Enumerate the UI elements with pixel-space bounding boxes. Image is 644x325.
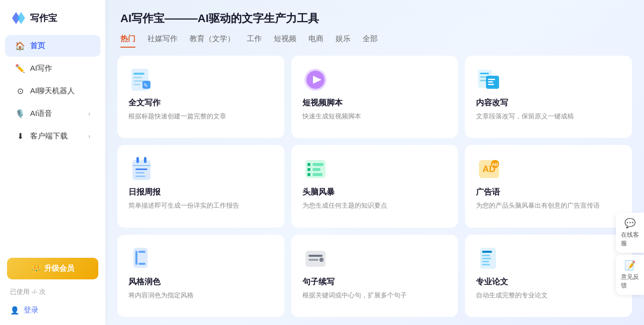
svg-rect-3 (133, 73, 144, 75)
svg-marker-1 (17, 12, 25, 24)
tab-education[interactable]: 教育（文学） (190, 34, 235, 48)
svg-rect-21 (136, 157, 139, 163)
logo-area: 写作宝 (0, 0, 105, 34)
svg-rect-22 (144, 157, 146, 163)
card-short-video-script[interactable]: 短视频脚本 快速生成短视频脚本 (291, 56, 458, 138)
float-label-online-service: 在线客服 (621, 231, 639, 248)
card-thesis[interactable]: 专业论文 自动生成完整的专业论文 (465, 235, 632, 317)
card-full-writing[interactable]: ✎ 全文写作 根据标题快速创建一篇完整的文章 (117, 56, 284, 138)
login-area[interactable]: 👤 登录 (0, 299, 105, 325)
nav-icon-ai-write: ✏️ (15, 64, 25, 73)
svg-rect-29 (312, 163, 324, 166)
card-brainstorm[interactable]: 头脑风暴 为您生成任何主题的知识要点 (291, 145, 458, 227)
tab-work[interactable]: 工作 (247, 34, 262, 48)
sidebar-item-ai-write[interactable]: ✏️ AI写作 (5, 58, 100, 79)
card-title-daily-weekly: 日报周报 (128, 187, 273, 198)
tab-all[interactable]: 全部 (363, 34, 378, 48)
svg-rect-41 (138, 251, 145, 253)
svg-rect-33 (312, 173, 323, 176)
svg-rect-30 (307, 168, 310, 171)
svg-rect-53 (482, 264, 490, 265)
card-icon-short-video-script (302, 67, 329, 93)
nav-list: 🏠 首页 ✏️ AI写作 ⊙ AI聊天机器人 🎙️ AI语音 › ⬇ 客户端下载… (0, 34, 105, 148)
svg-rect-19 (488, 84, 494, 85)
nav-label-ai-write: AI写作 (30, 64, 52, 73)
svg-rect-18 (488, 81, 493, 83)
svg-rect-26 (135, 176, 145, 177)
tab-ecommerce[interactable]: 电商 (308, 34, 324, 48)
card-icon-style-polish (128, 246, 154, 272)
card-title-content-rewrite: 内容改写 (476, 98, 621, 108)
card-daily-weekly[interactable]: 日报周报 简单描述即可生成一份详实的工作报告 (117, 145, 284, 227)
nav-icon-download: ⬇ (15, 131, 25, 141)
card-ad-copy[interactable]: ADAD 广告语 为您的产品头脑风暴出有创意的广告宣传语 (465, 145, 632, 227)
float-panel: 💬 在线客服 📝 意见反馈 (616, 213, 644, 295)
tabs-bar: 热门社媒写作教育（文学）工作短视频电商娱乐全部 (120, 34, 629, 48)
card-icon-daily-weekly (128, 156, 154, 182)
float-btn-online-service[interactable]: 💬 在线客服 (616, 213, 644, 253)
sidebar: 写作宝 🏠 首页 ✏️ AI写作 ⊙ AI聊天机器人 🎙️ AI语音 › ⬇ 客… (0, 0, 105, 325)
card-title-brainstorm: 头脑风暴 (302, 187, 447, 198)
svg-rect-49 (482, 251, 492, 253)
svg-rect-13 (480, 73, 489, 74)
usage-text: 已使用 -/- 次 (0, 284, 105, 299)
svg-rect-44 (308, 255, 323, 257)
float-btn-feedback[interactable]: 📝 意见反馈 (616, 255, 644, 295)
svg-rect-23 (132, 165, 150, 166)
float-icon-online-service: 💬 (624, 218, 635, 229)
svg-rect-45 (308, 259, 318, 261)
svg-text:AD: AD (492, 162, 499, 167)
card-title-full-writing: 全文写作 (128, 98, 273, 108)
sidebar-item-ai-voice[interactable]: 🎙️ AI语音 › (5, 103, 100, 124)
svg-rect-31 (312, 168, 320, 171)
svg-rect-32 (307, 173, 310, 176)
logo-text: 写作宝 (30, 12, 57, 24)
card-icon-ad-copy: ADAD (476, 156, 502, 182)
tab-short-video[interactable]: 短视频 (274, 34, 296, 48)
card-desc-continue-writing: 根据关键词或中心句，扩展多个句子 (302, 290, 447, 300)
nav-arrow-ai-voice: › (88, 110, 90, 117)
card-title-style-polish: 风格润色 (128, 277, 273, 287)
login-label: 登录 (24, 305, 39, 315)
card-continue-writing[interactable]: → 句子续写 根据关键词或中心句，扩展多个句子 (291, 235, 458, 317)
cards-grid: ✎ 全文写作 根据标题快速创建一篇完整的文章 短视频脚本 快速生成短视频脚本 内… (105, 48, 644, 325)
tab-hot[interactable]: 热门 (120, 34, 135, 48)
card-icon-full-writing: ✎ (128, 67, 154, 93)
upgrade-button[interactable]: 👑 升级会员 (7, 258, 98, 279)
sidebar-item-download[interactable]: ⬇ 客户端下载 › (5, 125, 100, 147)
card-desc-short-video-script: 快速生成短视频脚本 (302, 111, 447, 121)
tab-social[interactable]: 社媒写作 (147, 34, 178, 48)
card-title-short-video-script: 短视频脚本 (302, 98, 447, 108)
card-content-rewrite[interactable]: 内容改写 文章段落改写，保留原义一键成稿 (465, 56, 632, 138)
card-style-polish[interactable]: 风格润色 将内容润色为指定风格 (117, 235, 284, 317)
float-label-feedback: 意见反馈 (621, 273, 639, 290)
nav-icon-home: 🏠 (15, 41, 25, 51)
svg-rect-5 (133, 80, 143, 82)
svg-rect-25 (135, 172, 144, 174)
nav-arrow-download: › (88, 133, 90, 140)
nav-label-home: 首页 (30, 41, 45, 51)
svg-rect-17 (488, 79, 495, 80)
nav-icon-ai-chat: ⊙ (15, 86, 25, 96)
card-icon-thesis (476, 246, 502, 272)
sidebar-item-ai-chat[interactable]: ⊙ AI聊天机器人 (5, 80, 100, 102)
svg-text:✎: ✎ (143, 82, 148, 88)
sidebar-item-home[interactable]: 🏠 首页 (5, 35, 100, 57)
card-desc-daily-weekly: 简单描述即可生成一份详实的工作报告 (128, 201, 273, 211)
svg-rect-28 (307, 163, 310, 166)
card-desc-thesis: 自动生成完整的专业论文 (476, 290, 621, 300)
svg-rect-42 (138, 263, 145, 265)
card-desc-full-writing: 根据标题快速创建一篇完整的文章 (128, 111, 273, 121)
card-icon-continue-writing: → (302, 246, 329, 272)
svg-rect-4 (133, 77, 142, 78)
svg-rect-50 (482, 255, 490, 256)
tab-entertainment[interactable]: 娱乐 (336, 34, 351, 48)
nav-icon-ai-voice: 🎙️ (15, 109, 25, 118)
svg-rect-51 (482, 258, 491, 259)
svg-rect-24 (135, 169, 147, 170)
svg-rect-6 (133, 84, 140, 85)
page-title: AI写作宝———AI驱动的文字生产力工具 (120, 11, 629, 26)
card-title-ad-copy: 广告语 (476, 187, 621, 198)
svg-rect-52 (482, 261, 489, 262)
card-title-thesis: 专业论文 (476, 277, 621, 287)
